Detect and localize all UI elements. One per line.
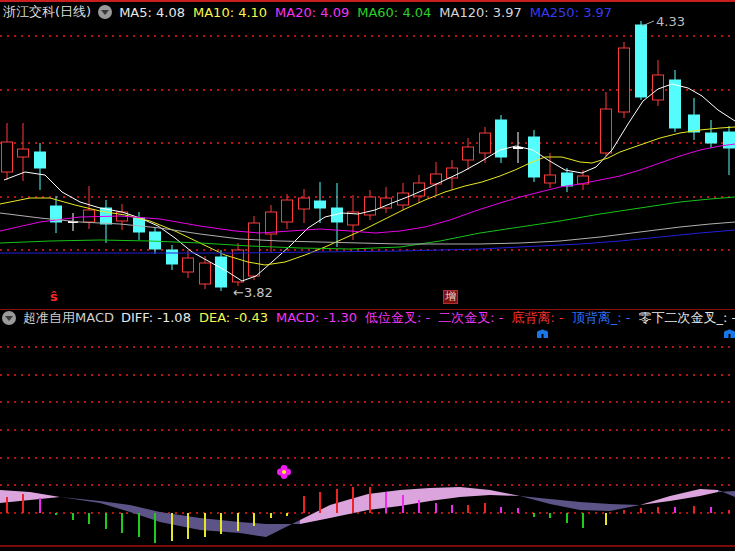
indicator-field: MACD: -1.30	[276, 310, 357, 325]
ma-label: MA20: 4.09	[275, 5, 349, 20]
indicator-bar: 超准自用MACD DIFF: -1.08DEA: -0.43MACD: -1.3…	[2, 310, 735, 326]
title-bar: 浙江交科(日线) MA5: 4.08MA10: 4.10MA20: 4.09MA…	[3, 3, 620, 21]
indicator-field: 底背离: -	[512, 310, 564, 325]
ma-values: MA5: 4.08MA10: 4.10MA20: 4.09MA60: 4.04M…	[119, 5, 620, 20]
stock-app-window: { "header": { "title": "浙江交科(日线)", "ma_l…	[0, 0, 735, 551]
signal-flag-s: ŝ	[50, 289, 58, 304]
indicator-field: DIFF: -1.08	[121, 310, 191, 325]
high-label-connector	[642, 21, 654, 26]
ma-label: MA60: 4.04	[357, 5, 431, 20]
chevron-glyph	[5, 316, 13, 321]
ma-label: MA5: 4.08	[119, 5, 185, 20]
ma-label: MA250: 3.97	[530, 5, 612, 20]
flower-signal-icon	[277, 465, 291, 479]
ma-label: MA10: 4.10	[193, 5, 267, 20]
indicator-field: 低位金叉: -	[365, 310, 430, 325]
chevron-down-icon[interactable]	[2, 311, 16, 325]
indicator-name[interactable]: 超准自用MACD	[23, 309, 114, 327]
indicator-field: 零下二次金叉_: -	[638, 310, 735, 325]
stock-title: 浙江交科(日线)	[3, 3, 91, 21]
chevron-down-icon[interactable]	[98, 5, 112, 19]
indicator-field: 二次金叉: -	[438, 310, 503, 325]
chart-canvas[interactable]	[0, 0, 735, 551]
ma-label: MA120: 3.97	[439, 5, 521, 20]
indicator-field: DEA: -0.43	[199, 310, 268, 325]
event-badge-zeng[interactable]: 增	[443, 290, 458, 304]
ma-lines	[0, 84, 735, 281]
indicator-field: 顶背离_: -	[572, 310, 631, 325]
panel-corner-icon[interactable]	[536, 328, 549, 338]
low-price-label: ←3.82	[233, 285, 273, 300]
high-price-label: 4.33	[656, 14, 685, 29]
chevron-glyph	[101, 10, 109, 15]
indicator-values: DIFF: -1.08DEA: -0.43MACD: -1.30低位金叉: -二…	[121, 309, 735, 327]
panel-corner-icon[interactable]	[723, 328, 735, 338]
